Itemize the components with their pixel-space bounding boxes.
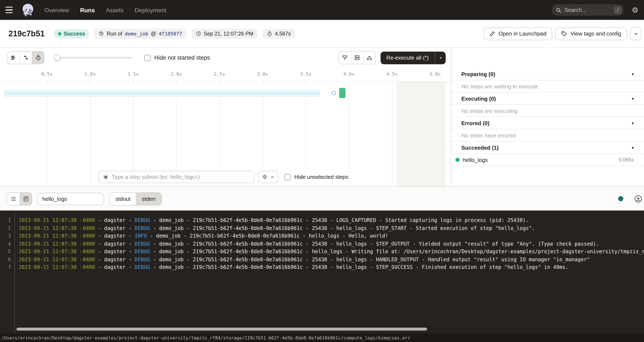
log-line: 2 2023-09-21 12:07:30 -0400 - dagster - …	[0, 224, 644, 232]
log-text: 2023-09-21 12:07:30 -0400 - dagster - DE…	[11, 248, 644, 256]
raw-log-view-button[interactable]	[20, 192, 32, 205]
commit-link[interactable]: 4f105077	[159, 31, 182, 36]
raw-log-view: 1 2023-09-21 12:07:30 -0400 - dagster - …	[0, 210, 644, 334]
step-subset-input-wrap	[98, 171, 254, 183]
caret-down-icon	[438, 56, 442, 60]
axis-tick-label: 4.0s	[343, 72, 354, 77]
log-stream-tab[interactable]: stderr	[136, 192, 161, 205]
nav-item[interactable]: Assets	[106, 6, 124, 13]
history-icon	[99, 31, 104, 36]
section-caret-icon: ▾	[632, 72, 634, 76]
stopwatch-view-icon	[35, 54, 41, 61]
log-line: 6 2023-09-21 12:07:30 -0400 - dagster - …	[0, 256, 644, 263]
nav-item[interactable]: Overview	[44, 6, 69, 13]
open-in-launchpad-button[interactable]: Open in Launchpad	[484, 27, 552, 40]
at-separator: @	[151, 31, 156, 36]
search-bar[interactable]: /	[552, 4, 624, 16]
run-id-title: 219c7b51	[8, 29, 44, 38]
hide-unselected-label: Hide unselected steps	[294, 174, 348, 180]
section-executing[interactable]: Executing (0) ▾	[451, 92, 644, 105]
line-number: 3	[0, 232, 11, 240]
step-name: hello_logs	[463, 157, 488, 163]
horizontal-scrollbar[interactable]	[16, 328, 427, 330]
search-icon	[556, 7, 562, 13]
waterfall-view-button[interactable]	[20, 52, 32, 64]
collapse-bottom-panel-button[interactable]	[338, 52, 351, 64]
success-dot-icon	[456, 158, 460, 162]
step-waiting-band	[4, 90, 320, 97]
axis-tick-label: 3.0s	[257, 72, 268, 77]
section-caret-icon: ▾	[632, 121, 634, 125]
run-header: 219c7b51 Success Run of demo_job @ 4f105…	[0, 20, 644, 48]
hamburger-menu-icon[interactable]	[6, 5, 16, 15]
axis-tick-label: 2.5s	[214, 72, 225, 77]
flat-view-button[interactable]	[7, 52, 20, 64]
log-toolbar: stdoutstderr	[0, 187, 644, 210]
hide-unselected-checkbox[interactable]	[284, 174, 291, 180]
log-line: 3 2023-09-21 12:07:30 -0400 - dagster - …	[0, 232, 644, 240]
capture-status-dot	[618, 196, 623, 201]
download-icon	[634, 195, 642, 203]
status-label: Success	[64, 31, 85, 36]
log-line: 4 2023-09-21 12:07:30 -0400 - dagster - …	[0, 240, 644, 248]
section-preparing[interactable]: Preparing (0) ▾	[451, 68, 644, 80]
waterfall-view-icon	[22, 54, 29, 61]
structured-log-view-button[interactable]	[7, 192, 20, 205]
run-of-prefix: Run of	[107, 31, 122, 36]
search-input[interactable]	[564, 7, 611, 13]
split-panels-icon	[354, 54, 360, 61]
gantt-zoom-slider[interactable]	[54, 52, 133, 64]
reexecute-all-button[interactable]: Re-execute all (*)	[380, 51, 446, 64]
run-actions-dropdown-button[interactable]	[630, 27, 642, 40]
settings-gear-icon[interactable]: ⚙	[632, 6, 638, 14]
axis-tick-label: 4.5s	[386, 72, 398, 77]
stdout-stderr-tabs: stdoutstderr	[110, 192, 162, 205]
dagster-logo-icon[interactable]	[21, 3, 35, 17]
hide-not-started-checkbox[interactable]	[144, 54, 151, 61]
expand-top-panel-button[interactable]	[363, 52, 375, 64]
list-icon	[10, 196, 16, 202]
slider-knob[interactable]	[54, 54, 60, 61]
section-errored[interactable]: Errored (0) ▾	[451, 117, 644, 129]
panel-layout-group	[338, 51, 376, 64]
log-stream-tab[interactable]: stdout	[110, 192, 136, 205]
status-badge: Success	[54, 29, 89, 38]
search-shortcut-badge: /	[614, 6, 622, 14]
line-number: 2	[0, 224, 11, 232]
axis-tick-label: 3.5s	[300, 72, 312, 77]
succeeded-step-row[interactable]: hello_logs 0.065s	[451, 154, 644, 166]
split-panels-button[interactable]	[351, 52, 363, 64]
section-succeeded[interactable]: Succeeded (1) ▾	[451, 142, 644, 154]
axis-tick-label: 1.0s	[84, 72, 96, 77]
view-tags-config-button[interactable]: View tags and config	[556, 27, 627, 40]
step-subset-input[interactable]	[112, 174, 250, 180]
log-lines: 1 2023-09-21 12:07:30 -0400 - dagster - …	[0, 216, 644, 271]
op-selector-icon	[103, 174, 109, 180]
run-duration: 4.567s	[275, 31, 291, 36]
stopwatch-icon	[267, 31, 272, 36]
log-step-filter-input[interactable]	[38, 192, 104, 205]
nav-item[interactable]: Deployment	[135, 6, 166, 13]
step-bar-hello-logs[interactable]	[339, 88, 346, 98]
gridline	[90, 82, 90, 186]
line-number: 4	[0, 240, 11, 248]
job-name-link[interactable]: demo_job	[125, 31, 148, 36]
duration-tag: 4.567s	[262, 28, 295, 39]
pencil-icon	[490, 31, 495, 36]
status-dot-icon	[58, 32, 61, 35]
after-run-band	[396, 82, 446, 186]
axis-tick-label: 5.0s	[430, 72, 441, 77]
log-line: 1 2023-09-21 12:07:30 -0400 - dagster - …	[0, 216, 644, 224]
axis-tick-label: 1.5s	[128, 72, 139, 77]
nav-item[interactable]: Runs	[80, 6, 95, 13]
graph-query-toggle-button[interactable]	[258, 171, 278, 183]
tag-icon	[561, 31, 567, 36]
download-log-button[interactable]	[634, 195, 642, 203]
timed-view-button[interactable]	[32, 52, 44, 64]
chevron-down-icon	[633, 31, 638, 36]
log-text: 2023-09-21 12:07:30 -0400 - dagster - DE…	[11, 240, 599, 248]
reexecute-dropdown-caret[interactable]	[435, 51, 446, 64]
log-text: 2023-09-21 12:07:30 -0400 - dagster - DE…	[11, 216, 529, 224]
console-icon	[22, 196, 29, 202]
line-number: 1	[0, 216, 11, 224]
